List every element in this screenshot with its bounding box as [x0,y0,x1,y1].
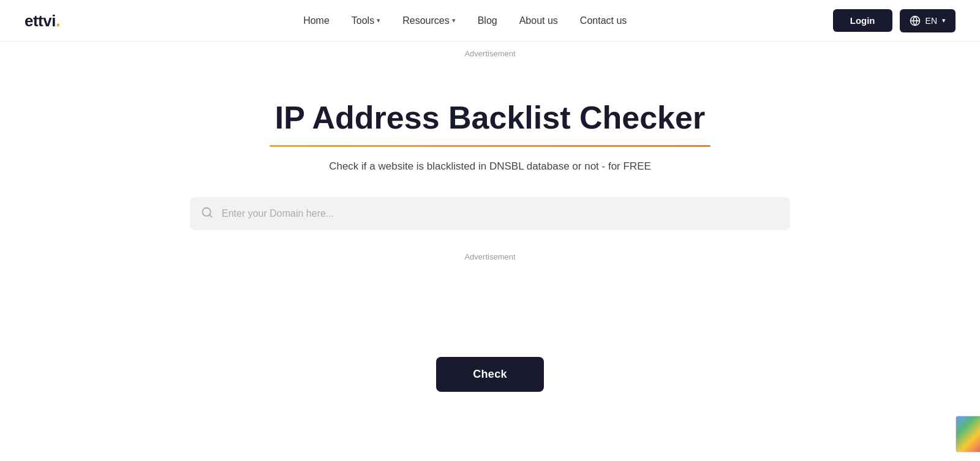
lang-label: EN [925,16,937,26]
hero-subtitle: Check if a website is blacklisted in DNS… [329,160,651,173]
resources-dropdown-icon: ▾ [452,17,456,24]
nav-home[interactable]: Home [303,15,330,26]
navbar: ettvi. Home Tools ▾ Resources ▾ Blog Abo… [0,0,980,42]
nav-blog[interactable]: Blog [478,15,497,26]
nav-contact[interactable]: Contact us [580,15,627,26]
language-selector[interactable]: EN ▾ [900,9,956,32]
logo-text: ettvi [24,12,56,31]
hero-section: IP Address Backlist Checker Check if a w… [0,63,980,283]
title-underline [270,145,710,147]
nav-links: Home Tools ▾ Resources ▾ Blog About us C… [97,15,833,26]
check-button-wrapper: Check [0,357,980,392]
nav-tools[interactable]: Tools ▾ [352,15,380,26]
bottom-advertisement-label: Advertisement [464,242,515,271]
nav-about[interactable]: About us [519,15,558,26]
lang-dropdown-icon: ▾ [942,17,946,24]
svg-line-3 [209,215,212,217]
nav-right: Login EN ▾ [833,9,956,32]
search-icon [201,206,213,221]
recaptcha-badge [956,416,980,452]
recaptcha-logo [956,416,980,452]
nav-resources[interactable]: Resources ▾ [402,15,455,26]
login-button[interactable]: Login [833,9,892,32]
top-advertisement-label: Advertisement [0,42,980,63]
page-title: IP Address Backlist Checker [275,100,705,137]
logo[interactable]: ettvi. [24,11,61,31]
globe-icon [910,15,921,26]
domain-search-input[interactable] [190,197,790,230]
check-button[interactable]: Check [436,357,544,392]
search-container [190,197,790,230]
tools-dropdown-icon: ▾ [377,17,380,24]
logo-dot: . [56,11,61,31]
